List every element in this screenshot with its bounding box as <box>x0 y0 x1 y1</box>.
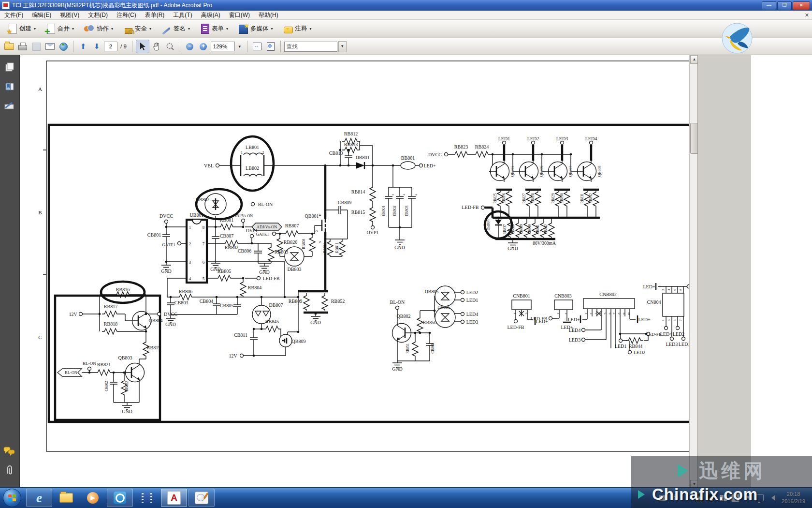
toolbar-forms-button[interactable]: 表单▾ <box>196 22 232 36</box>
taskbar-explorer[interactable] <box>54 489 79 507</box>
taskbar-clock[interactable]: 20:18 2016/2/19 <box>780 491 809 505</box>
qq-tray-icon[interactable] <box>708 494 715 502</box>
fit-width-icon <box>253 43 261 50</box>
schematic-label: GND <box>122 409 132 414</box>
schematic-label: RB818 <box>104 321 117 327</box>
page-count-label: / 9 <box>120 44 127 49</box>
taskbar-internet-explorer[interactable]: e <box>26 489 52 507</box>
toolbar-create-button[interactable]: 创建▾ <box>4 22 39 36</box>
menu-item[interactable]: 视图(V) <box>56 11 84 20</box>
scrolling-mode-button[interactable] <box>251 40 263 53</box>
schematic-label: QB809 <box>292 339 306 344</box>
utility-tray-icon[interactable]: ▣ <box>695 494 703 502</box>
toolbar-multimedia-button[interactable]: 多媒体▾ <box>234 22 276 36</box>
schematic-label: LED-FB <box>531 316 548 321</box>
toolbar-combine-button[interactable]: 合并▾ <box>42 22 77 36</box>
toolbar-collaborate-button[interactable]: 协作▾ <box>80 22 116 36</box>
fit-page-button[interactable] <box>264 40 277 53</box>
page-number-input[interactable]: 2 <box>104 42 117 51</box>
previous-page-button[interactable]: ⬆ <box>77 40 89 53</box>
next-page-button[interactable]: ⬇ <box>90 40 103 53</box>
schematic-label: UB801 <box>190 212 204 218</box>
windows-tray-icon[interactable] <box>720 495 727 501</box>
hand-tool-button[interactable] <box>150 40 163 53</box>
search-tray-icon[interactable]: Q <box>731 493 740 502</box>
email-button[interactable] <box>44 40 56 53</box>
schematic-label: RB826 <box>502 193 506 204</box>
tray-expand-icon[interactable]: ▲ <box>683 494 691 502</box>
pdf-page[interactable]: ABCABCVBLLB80112LB802RB812RB813CB810DB80… <box>20 55 751 489</box>
menu-item[interactable]: 编辑(E) <box>28 11 56 20</box>
attachments-panel-button[interactable] <box>3 464 16 477</box>
network-icon[interactable] <box>755 494 764 501</box>
taskbar-paint[interactable] <box>188 489 215 507</box>
menu-item[interactable]: 文件(F) <box>0 11 28 20</box>
toolbar-sign-button[interactable]: 签名▾ <box>158 22 193 36</box>
taskbar-acrobat[interactable]: A <box>161 489 187 507</box>
minimize-button[interactable]: — <box>762 1 776 10</box>
restore-button[interactable]: ❐ <box>777 1 792 10</box>
close-button[interactable]: ✕ <box>793 1 810 10</box>
zoom-out-button[interactable]: − <box>184 40 196 53</box>
schematic-label: QB805 <box>510 165 515 177</box>
connector-cn804 <box>663 293 684 316</box>
taskbar-video-app[interactable] <box>134 489 160 507</box>
schematic-label: RB816 <box>116 287 130 292</box>
dropdown-caret-icon: ▾ <box>111 27 113 31</box>
schematic-label: RB850 <box>423 320 436 325</box>
paint-icon <box>195 492 208 504</box>
find-input[interactable] <box>284 42 337 52</box>
menu-item[interactable]: 文档(D) <box>84 11 112 20</box>
marquee-zoom-button[interactable] <box>164 40 176 53</box>
zoom-dropdown-caret[interactable]: ▼ <box>236 45 244 49</box>
save-button[interactable] <box>30 40 43 53</box>
schematic-label: QB807 <box>568 165 573 177</box>
toolbar-comment-button[interactable]: 注释▾ <box>279 22 315 36</box>
open-button[interactable] <box>3 40 15 53</box>
schematic-label: RB824 <box>475 144 489 149</box>
bookmarks-panel-button[interactable] <box>3 80 16 93</box>
vertical-scrollbar[interactable]: ▲ ▼ <box>689 55 698 489</box>
menu-item[interactable]: 表单(R) <box>141 11 169 20</box>
volume-icon[interactable] <box>768 495 775 501</box>
menu-item[interactable]: 窗口(W) <box>225 11 254 20</box>
keyboard-tray-icon[interactable] <box>659 495 667 501</box>
schematic-label: RB806 <box>179 289 192 294</box>
schematic-label: 10 <box>627 312 631 316</box>
menu-item[interactable]: 注释(C) <box>112 11 141 20</box>
taskbar-cloud-app[interactable] <box>107 489 133 507</box>
zoom-level-input[interactable]: 129% <box>211 42 235 51</box>
pages-panel-button[interactable] <box>3 61 16 74</box>
schematic-label: 2 <box>519 313 522 314</box>
schematic-label: G <box>315 229 318 233</box>
schematic-label: EB802 <box>392 206 397 216</box>
menu-item[interactable]: 高级(A) <box>197 11 225 20</box>
taskbar-media-player[interactable]: ▶ <box>80 489 105 507</box>
menu-item[interactable]: 工具(T) <box>169 11 196 20</box>
schematic-label: LED+ <box>567 317 580 322</box>
menu-item[interactable]: 帮助(H) <box>254 11 283 20</box>
find-dropdown-caret[interactable]: ▼ <box>338 41 347 52</box>
schematic-label: QB803 <box>118 355 132 360</box>
ie-icon: e <box>36 491 42 506</box>
document-close-icon[interactable]: ✕ <box>805 12 809 18</box>
schematic-label: RB841 <box>536 224 540 235</box>
comments-panel-button[interactable] <box>3 445 16 458</box>
schematic-label: BL-ON <box>83 361 96 366</box>
schematic-label: CNB801 <box>513 293 530 299</box>
schematic-label: GND <box>394 245 405 250</box>
help-tray-icon[interactable]: ? <box>671 493 679 502</box>
zoom-in-button[interactable]: + <box>197 40 210 53</box>
upload-button[interactable] <box>57 40 70 53</box>
schematic-label: GND <box>508 246 518 251</box>
toolbar-secure-button[interactable]: 安全▾ <box>119 22 155 36</box>
acrobat-com-hummingbird-logo[interactable] <box>721 22 753 54</box>
select-tool-button[interactable] <box>136 40 149 53</box>
print-button[interactable] <box>16 40 29 53</box>
action-center-icon[interactable]: ⚑ <box>743 494 752 502</box>
schematic-label: CB809 <box>338 200 351 205</box>
schematic-label: DVCC <box>428 152 442 157</box>
signatures-panel-button[interactable] <box>3 100 16 112</box>
dropdown-caret-icon: ▾ <box>72 27 74 31</box>
start-button[interactable] <box>3 489 21 507</box>
